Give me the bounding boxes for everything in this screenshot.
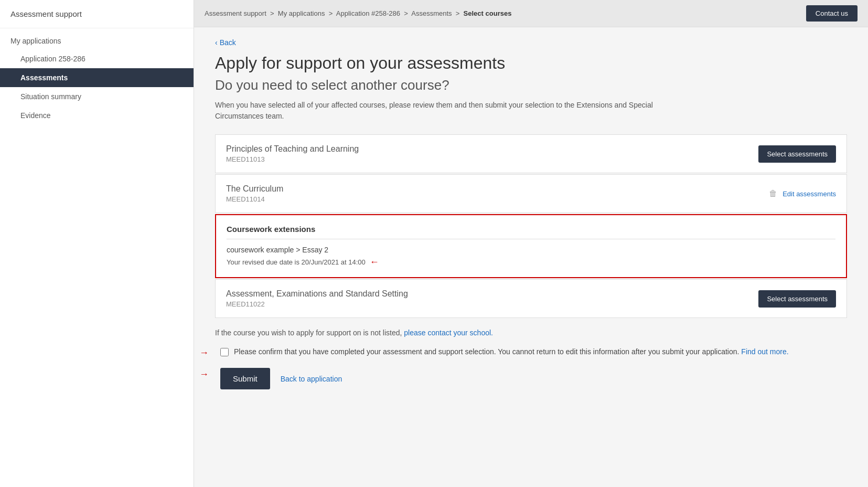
not-listed-label: If the course you wish to apply for supp… — [215, 329, 402, 337]
confirm-checkbox[interactable] — [220, 348, 229, 356]
course-name-3: Assessment, Examinations and Standard Se… — [226, 289, 408, 299]
coursework-title: Coursework extensions — [227, 225, 835, 239]
select-assessments-button-1[interactable]: Select assessments — [758, 145, 836, 163]
course-card-2: The Curriculum MEED11014 🗑 Edit assessme… — [215, 174, 847, 213]
sidebar-section-title: My applications — [0, 28, 194, 49]
highlighted-coursework-card: Coursework extensions coursework example… — [215, 214, 847, 278]
main-content: Assessment support > My applications > A… — [194, 0, 868, 487]
back-label: Back — [220, 38, 236, 47]
course-card-3: Assessment, Examinations and Standard Se… — [215, 279, 847, 318]
coursework-date: Your revised due date is 20/Jun/2021 at … — [227, 257, 835, 268]
edit-assessments-link[interactable]: Edit assessments — [783, 190, 836, 198]
confirm-section-wrapper: → Please confirm that you have completed… — [215, 346, 847, 357]
breadcrumb-current: Select courses — [464, 9, 512, 17]
arrow-right-icon: ← — [370, 257, 379, 268]
actions-wrapper: → Submit Back to application — [215, 368, 847, 389]
sidebar-header: Assessment support — [0, 0, 194, 28]
contact-us-button[interactable]: Contact us — [806, 5, 858, 22]
actions-row: Submit Back to application — [220, 368, 847, 389]
page-description: When you have selected all of your affec… — [215, 100, 687, 122]
breadcrumb: Assessment support > My applications > A… — [205, 9, 511, 17]
back-link[interactable]: ‹ Back — [215, 38, 236, 47]
course-info-2: The Curriculum MEED11014 — [226, 184, 283, 203]
back-to-application-link[interactable]: Back to application — [281, 375, 342, 383]
find-out-more-link[interactable]: Find out more. — [741, 347, 788, 356]
course-name-2: The Curriculum — [226, 184, 283, 194]
sidebar-item-situation-summary[interactable]: Situation summary — [0, 87, 194, 106]
confirm-section: Please confirm that you have completed y… — [220, 346, 847, 357]
not-listed-text: If the course you wish to apply for supp… — [215, 329, 847, 337]
course-info-1: Principles of Teaching and Learning MEED… — [226, 144, 359, 163]
course-code-1: MEED11013 — [226, 155, 359, 163]
breadcrumb-bar: Assessment support > My applications > A… — [194, 0, 868, 27]
submit-arrow-icon: → — [199, 369, 209, 380]
confirm-text: Please confirm that you have completed y… — [234, 346, 789, 357]
page-subtitle: Do you need to select another course? — [215, 77, 847, 93]
contact-school-link[interactable]: please contact your school. — [404, 329, 493, 337]
sidebar-item-assessments[interactable]: Assessments — [0, 68, 194, 87]
page-title: Apply for support on your assessments — [215, 53, 847, 73]
sidebar-item-evidence[interactable]: Evidence — [0, 106, 194, 125]
submit-button[interactable]: Submit — [220, 368, 270, 389]
breadcrumb-my-applications[interactable]: My applications — [278, 9, 325, 17]
course-info-3: Assessment, Examinations and Standard Se… — [226, 289, 408, 308]
sidebar: Assessment support My applications Appli… — [0, 0, 194, 487]
confirm-arrow-icon: → — [199, 347, 209, 358]
course-code-2: MEED11014 — [226, 195, 283, 203]
sidebar-item-application[interactable]: Application 258-286 — [0, 49, 194, 68]
confirm-text-main: Please confirm that you have completed y… — [234, 347, 739, 356]
breadcrumb-assessments[interactable]: Assessments — [411, 9, 452, 17]
edit-assessments-area: 🗑 Edit assessments — [769, 189, 836, 198]
course-code-3: MEED11022 — [226, 300, 408, 308]
course-name-1: Principles of Teaching and Learning — [226, 144, 359, 154]
content-area: ‹ Back Apply for support on your assessm… — [194, 27, 868, 487]
course-card-1: Principles of Teaching and Learning MEED… — [215, 134, 847, 173]
coursework-date-text: Your revised due date is 20/Jun/2021 at … — [227, 258, 366, 266]
breadcrumb-assessment-support[interactable]: Assessment support — [205, 9, 266, 17]
select-assessments-button-3[interactable]: Select assessments — [758, 290, 836, 308]
coursework-item: coursework example > Essay 2 — [227, 246, 835, 254]
back-chevron-icon: ‹ — [215, 38, 218, 47]
trash-icon[interactable]: 🗑 — [769, 189, 777, 198]
breadcrumb-application[interactable]: Application #258-286 — [336, 9, 400, 17]
